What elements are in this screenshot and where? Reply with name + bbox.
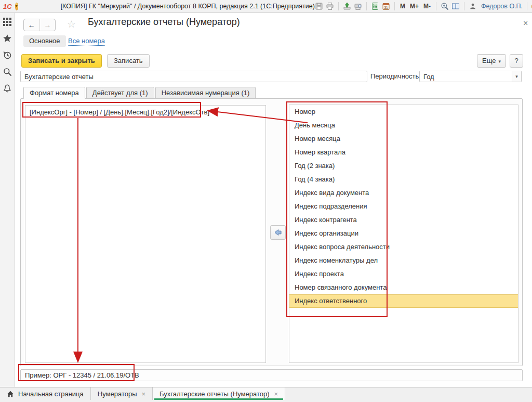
numerator-name-input[interactable] xyxy=(20,71,367,82)
tab-accounting-reports-numerator[interactable]: Бухгалтерские отчеты (Нумератор) × xyxy=(153,387,285,400)
favorites-star-icon[interactable] xyxy=(3,34,12,43)
calendar-icon[interactable]: 31 xyxy=(382,2,390,10)
form-window: ← → ☆ Бухгалтерские отчеты (Нумератор) ×… xyxy=(15,13,532,387)
divider xyxy=(464,2,464,10)
number-format-group: [ИндексОрг] - [Номер] / [День].[Месяц].[… xyxy=(20,98,523,366)
nav-link-all-numbers[interactable]: Все номера xyxy=(68,37,105,46)
periodicity-value: Год xyxy=(420,73,512,81)
token-list-item[interactable]: Индекс проекта xyxy=(289,267,518,281)
app-window: 1С ▾ [КОПИЯ] ГК "Меркурий" / Документооб… xyxy=(0,0,532,402)
memory-m-plus-button[interactable]: М+ xyxy=(409,3,420,10)
format-string: [ИндексОрг] - [Номер] / [День].[Месяц].[… xyxy=(30,108,209,116)
token-list-item[interactable]: Номер связанного документа xyxy=(289,281,518,294)
form-tabs: Формат номера Действует для (1) Независи… xyxy=(23,87,256,99)
save-and-close-button[interactable]: Записать и закрыть xyxy=(21,54,102,68)
close-icon[interactable]: × xyxy=(142,391,146,397)
token-list-item[interactable]: Индекс номенклатуры дел xyxy=(289,254,518,267)
chevron-down-icon: ▾ xyxy=(498,59,501,64)
print-icon[interactable] xyxy=(326,2,334,10)
page-title: Бухгалтерские отчеты (Нумератор) xyxy=(88,17,240,28)
help-button[interactable]: ? xyxy=(510,54,523,68)
more-label: Еще xyxy=(482,57,496,64)
format-string-area[interactable]: [ИндексОрг] - [Номер] / [День].[Месяц].[… xyxy=(25,105,266,363)
export-icon[interactable] xyxy=(343,2,351,10)
active-tab-underline xyxy=(154,398,283,400)
user-icon xyxy=(469,2,477,10)
memory-m-minus-button[interactable]: М- xyxy=(422,3,432,10)
home-icon xyxy=(7,391,14,397)
sidebar xyxy=(0,13,15,387)
current-user[interactable]: Федоров О.П. xyxy=(481,3,523,10)
periodicity-label: Периодичность: xyxy=(370,72,421,80)
zoom-icon[interactable] xyxy=(441,2,449,10)
tab-label: Начальная страница xyxy=(18,390,84,398)
menu-grid-icon[interactable] xyxy=(3,17,12,27)
tokens-list: НомерДень месяцаНомер месяцаНомер кварта… xyxy=(289,105,518,363)
1c-logo-icon: 1С xyxy=(3,3,12,10)
token-list-item[interactable]: Год (4 знака) xyxy=(289,173,518,186)
token-list-item[interactable]: День месяца xyxy=(289,119,518,132)
memory-m-button[interactable]: М xyxy=(399,3,406,10)
token-list-item[interactable]: Номер xyxy=(289,105,518,119)
tab-label: Бухгалтерские отчеты (Нумератор) xyxy=(159,390,269,398)
svg-text:31: 31 xyxy=(384,6,388,9)
divider xyxy=(527,2,527,10)
nav-link-main[interactable]: Основное xyxy=(23,35,66,47)
titlebar-tools: 31 М М+ М- Федоров О.П. i ▾ xyxy=(315,2,532,10)
tab-independent-numbering[interactable]: Независимая нумерация (1) xyxy=(155,87,256,99)
forward-button[interactable]: → xyxy=(40,19,56,31)
token-list-item[interactable]: Индекс ответственного xyxy=(289,294,518,308)
divider xyxy=(366,2,367,10)
tab-numerators[interactable]: Нумераторы × xyxy=(91,387,153,400)
favorite-star-icon[interactable]: ☆ xyxy=(67,19,76,29)
history-icon[interactable] xyxy=(3,50,12,60)
save-button[interactable]: Записать xyxy=(107,54,150,68)
divider xyxy=(436,2,436,10)
open-windows-bar: Начальная страница Нумераторы × Бухгалте… xyxy=(0,387,532,402)
notifications-bell-icon[interactable] xyxy=(3,84,12,93)
close-icon[interactable]: × xyxy=(523,19,528,28)
close-icon[interactable]: × xyxy=(274,391,278,397)
save-icon[interactable] xyxy=(315,2,323,10)
split-window-icon[interactable] xyxy=(451,2,460,10)
token-list-item[interactable]: Номер месяца xyxy=(289,132,518,146)
arrow-left-icon xyxy=(274,228,282,237)
number-example-field: Пример: ОРГ - 12345 / 21.06.19/ОТВ xyxy=(20,369,523,381)
tab-home-page[interactable]: Начальная страница xyxy=(0,387,91,400)
titlebar: 1С ▾ [КОПИЯ] ГК "Меркурий" / Документооб… xyxy=(0,0,532,13)
tab-label: Нумераторы xyxy=(98,390,137,398)
divider xyxy=(394,2,395,10)
token-list-item[interactable]: Индекс контрагента xyxy=(289,213,518,227)
token-list-item[interactable]: Индекс вида документа xyxy=(289,186,518,200)
tab-number-format[interactable]: Формат номера xyxy=(23,87,85,99)
search-icon[interactable] xyxy=(3,67,12,76)
print-send-icon[interactable] xyxy=(354,2,362,10)
main-menu-button[interactable]: ▾ xyxy=(15,3,18,10)
insert-token-button[interactable] xyxy=(270,225,286,240)
divider xyxy=(338,2,339,10)
chevron-down-icon[interactable]: ▾ xyxy=(512,71,521,82)
token-list-item[interactable]: Год (2 знака) xyxy=(289,159,518,173)
token-list-item[interactable]: Номер квартала xyxy=(289,146,518,159)
history-nav-buttons: ← → xyxy=(23,19,56,31)
app-title: [КОПИЯ] ГК "Меркурий" / Документооборот … xyxy=(61,3,315,10)
periodicity-select[interactable]: Год ▾ xyxy=(419,71,522,82)
more-button[interactable]: Еще▾ xyxy=(477,54,506,68)
token-list-item[interactable]: Индекс организации xyxy=(289,227,518,240)
calculator-icon[interactable] xyxy=(371,2,379,10)
tab-valid-for[interactable]: Действует для (1) xyxy=(86,87,154,99)
token-list-item[interactable]: Индекс подразделения xyxy=(289,200,518,213)
back-button[interactable]: ← xyxy=(24,19,40,31)
token-list-item[interactable]: Индекс вопроса деятельности xyxy=(289,240,518,254)
